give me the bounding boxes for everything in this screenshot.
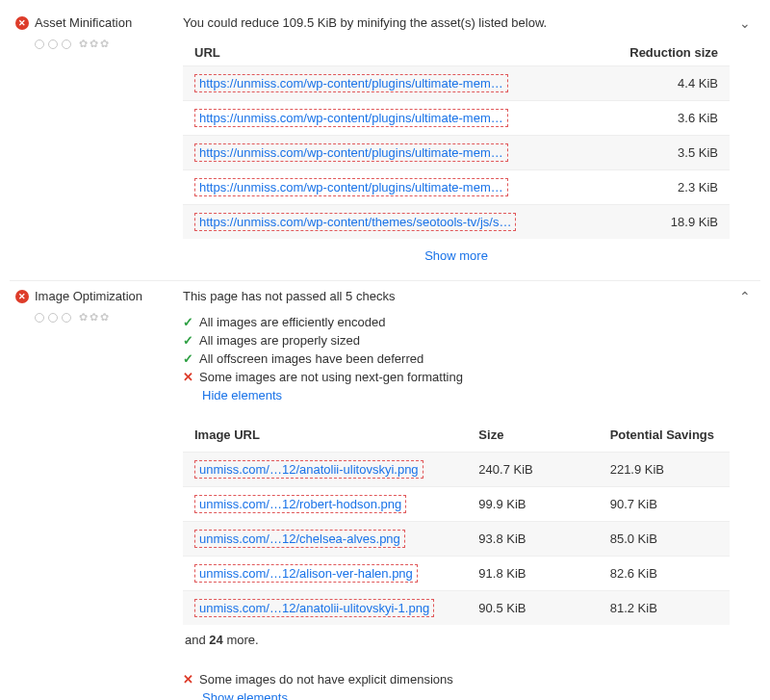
- dot-icon: [48, 39, 58, 49]
- check-icon: ✓: [183, 333, 193, 348]
- savings-value: 90.7 KiB: [599, 487, 730, 522]
- gear-icon: ✿: [100, 311, 109, 324]
- image-url-header: Image URL: [183, 418, 467, 453]
- reduction-value: 3.6 KiB: [578, 101, 730, 136]
- table-row: https://unmiss.com/wp-content/plugins/ul…: [183, 170, 730, 205]
- image-table: Image URL Size Potential Savings unmiss.…: [183, 418, 730, 625]
- and-more-count: 24: [209, 633, 222, 647]
- size-value: 91.8 KiB: [467, 557, 598, 591]
- reduction-header: Reduction size: [578, 39, 730, 66]
- table-row: unmiss.com/…12/robert-hodson.png 99.9 Ki…: [183, 487, 730, 522]
- dot-icon: [35, 313, 44, 323]
- asset-url-link[interactable]: https://unmiss.com/wp-content/themes/seo…: [194, 213, 516, 231]
- asset-url-link[interactable]: https://unmiss.com/wp-content/plugins/ul…: [194, 74, 508, 92]
- gear-icon: ✿: [79, 311, 88, 324]
- x-icon: ✕: [183, 672, 193, 687]
- savings-header: Potential Savings: [599, 418, 730, 453]
- chevron-up-icon[interactable]: ⌃: [739, 289, 751, 304]
- reduction-value: 3.5 KiB: [578, 136, 730, 170]
- savings-value: 82.6 KiB: [599, 557, 730, 591]
- check-item: ✓ All images are properly sized: [183, 331, 730, 350]
- image-url-link[interactable]: unmiss.com/…12/robert-hodson.png: [194, 495, 406, 513]
- gear-icon: ✿: [100, 38, 109, 50]
- gear-group: ✿ ✿ ✿: [79, 311, 109, 324]
- section-title: Asset Minification: [35, 15, 132, 30]
- table-row: unmiss.com/…12/anatolii-ulitovskyi-1.png…: [183, 591, 730, 626]
- check-item: ✕ Some images are not using next-gen for…: [183, 368, 730, 386]
- url-header: URL: [183, 39, 578, 66]
- table-row: https://unmiss.com/wp-content/plugins/ul…: [183, 66, 730, 101]
- check-text: All images are efficiently encoded: [199, 315, 385, 329]
- asset-url-link[interactable]: https://unmiss.com/wp-content/plugins/ul…: [194, 143, 508, 162]
- table-row: unmiss.com/…12/chelsea-alves.png 93.8 Ki…: [183, 522, 730, 557]
- left-column: ✕ Asset Minification ✿ ✿ ✿: [10, 15, 183, 50]
- image-url-link[interactable]: unmiss.com/…12/alison-ver-halen.png: [194, 564, 418, 583]
- right-column: This page has not passed all 5 checks ✓ …: [183, 289, 760, 700]
- status-dots: [35, 313, 71, 323]
- summary-text: This page has not passed all 5 checks: [183, 289, 730, 303]
- reduction-value: 2.3 KiB: [578, 170, 730, 205]
- show-more-link[interactable]: Show more: [183, 239, 730, 263]
- savings-value: 85.0 KiB: [599, 522, 730, 557]
- image-optimization-section: ✕ Image Optimization ✿ ✿ ✿ This page has…: [10, 281, 760, 700]
- check-icon: ✓: [183, 315, 193, 329]
- x-icon: ✕: [183, 370, 193, 384]
- hide-elements-link[interactable]: Hide elements: [202, 386, 730, 412]
- error-status-icon: ✕: [15, 290, 29, 303]
- and-more-prefix: and: [185, 633, 209, 647]
- gear-icon: ✿: [90, 311, 98, 324]
- error-status-icon: ✕: [15, 16, 29, 30]
- status-dots: [35, 39, 71, 49]
- check-item: ✓ All offscreen images have been deferre…: [183, 350, 730, 368]
- check-item: ✕ Some images do not have explicit dimen…: [183, 670, 730, 688]
- image-url-link[interactable]: unmiss.com/…12/anatolii-ulitovskyi-1.png: [194, 599, 434, 617]
- reduction-value: 18.9 KiB: [578, 205, 730, 240]
- dot-icon: [62, 39, 71, 49]
- minification-table: URL Reduction size https://unmiss.com/wp…: [183, 39, 730, 239]
- right-column: You could reduce 109.5 KiB by minifying …: [183, 15, 760, 263]
- table-row: unmiss.com/…12/anatolii-ulitovskyi.png 2…: [183, 453, 730, 487]
- check-item: ✓ All images are efficiently encoded: [183, 313, 730, 331]
- table-row: unmiss.com/…12/alison-ver-halen.png 91.8…: [183, 557, 730, 591]
- and-more-text: and 24 more.: [183, 625, 730, 655]
- size-value: 93.8 KiB: [467, 522, 598, 557]
- table-row: https://unmiss.com/wp-content/plugins/ul…: [183, 136, 730, 170]
- image-url-link[interactable]: unmiss.com/…12/chelsea-alves.png: [194, 530, 405, 548]
- image-url-link[interactable]: unmiss.com/…12/anatolii-ulitovskyi.png: [194, 460, 424, 479]
- size-value: 240.7 KiB: [467, 453, 598, 487]
- savings-value: 221.9 KiB: [599, 453, 730, 487]
- section-header: ✕ Asset Minification: [15, 15, 167, 30]
- dot-icon: [48, 313, 58, 323]
- table-row: https://unmiss.com/wp-content/plugins/ul…: [183, 101, 730, 136]
- checks-list: ✓ All images are efficiently encoded ✓ A…: [183, 313, 730, 412]
- asset-url-link[interactable]: https://unmiss.com/wp-content/plugins/ul…: [194, 109, 508, 127]
- and-more-suffix: more.: [223, 633, 259, 647]
- bottom-check-group: ✕ Some images do not have explicit dimen…: [183, 670, 730, 700]
- size-value: 99.9 KiB: [467, 487, 598, 522]
- section-title: Image Optimization: [35, 289, 142, 303]
- check-text: Some images do not have explicit dimensi…: [199, 672, 453, 687]
- left-column: ✕ Image Optimization ✿ ✿ ✿: [10, 289, 183, 324]
- summary-text: You could reduce 109.5 KiB by minifying …: [183, 15, 730, 30]
- dot-icon: [35, 39, 44, 49]
- size-header: Size: [467, 418, 598, 453]
- chevron-down-icon[interactable]: ⌄: [739, 15, 751, 31]
- check-text: All offscreen images have been deferred: [199, 351, 424, 366]
- check-text: Some images are not using next-gen forma…: [199, 370, 463, 384]
- show-elements-link[interactable]: Show elements: [202, 688, 730, 700]
- reduction-value: 4.4 KiB: [578, 66, 730, 101]
- gear-icon: ✿: [90, 38, 98, 50]
- asset-minification-section: ✕ Asset Minification ✿ ✿ ✿ You could red…: [10, 8, 760, 281]
- gear-group: ✿ ✿ ✿: [79, 38, 109, 50]
- check-icon: ✓: [183, 351, 193, 366]
- section-header: ✕ Image Optimization: [15, 289, 167, 303]
- asset-url-link[interactable]: https://unmiss.com/wp-content/plugins/ul…: [194, 178, 508, 196]
- size-value: 90.5 KiB: [467, 591, 598, 626]
- gear-icon: ✿: [79, 38, 88, 50]
- savings-value: 81.2 KiB: [599, 591, 730, 626]
- check-text: All images are properly sized: [199, 333, 360, 348]
- table-row: https://unmiss.com/wp-content/themes/seo…: [183, 205, 730, 240]
- dot-icon: [62, 313, 71, 323]
